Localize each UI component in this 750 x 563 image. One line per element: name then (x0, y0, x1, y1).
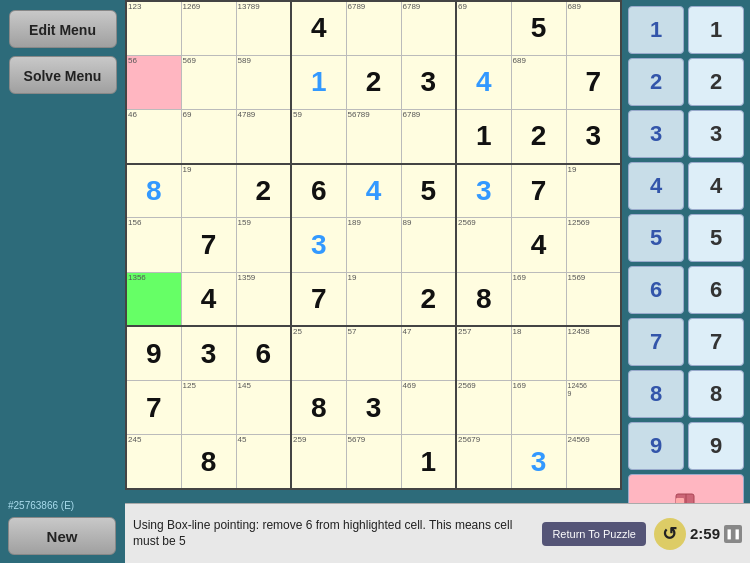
cell-r6c1[interactable]: 1356 (126, 272, 181, 326)
cell-r6c4[interactable]: 7 (291, 272, 346, 326)
cell-r5c8[interactable]: 4 (511, 218, 566, 272)
numpad-8-left[interactable]: 8 (628, 370, 684, 418)
cell-r5c4[interactable]: 3 (291, 218, 346, 272)
numpad-7-right[interactable]: 7 (688, 318, 744, 366)
cell-r4c9[interactable]: 19 (566, 164, 621, 218)
cell-r4c1[interactable]: 8 (126, 164, 181, 218)
cell-r8c5[interactable]: 3 (346, 381, 401, 435)
cell-r8c9[interactable]: 124569 (566, 381, 621, 435)
cell-r4c4[interactable]: 6 (291, 164, 346, 218)
cell-r3c9[interactable]: 3 (566, 109, 621, 163)
numpad-4-left[interactable]: 4 (628, 162, 684, 210)
cell-r7c6[interactable]: 47 (401, 326, 456, 380)
numpad-7-left[interactable]: 7 (628, 318, 684, 366)
cell-r9c6[interactable]: 1 (401, 435, 456, 489)
numpad-8-right[interactable]: 8 (688, 370, 744, 418)
cell-r7c9[interactable]: 12458 (566, 326, 621, 380)
cell-r9c3[interactable]: 45 (236, 435, 291, 489)
cell-r6c8[interactable]: 169 (511, 272, 566, 326)
cell-r6c7[interactable]: 8 (456, 272, 511, 326)
cell-r4c8[interactable]: 7 (511, 164, 566, 218)
cell-r9c5[interactable]: 5679 (346, 435, 401, 489)
cell-r5c5[interactable]: 189 (346, 218, 401, 272)
cell-r1c9[interactable]: 689 (566, 1, 621, 55)
cell-r8c1[interactable]: 7 (126, 381, 181, 435)
cell-r7c3[interactable]: 6 (236, 326, 291, 380)
numpad-1-right[interactable]: 1 (688, 6, 744, 54)
cell-r9c1[interactable]: 245 (126, 435, 181, 489)
cell-r6c3[interactable]: 1359 (236, 272, 291, 326)
cell-r2c8[interactable]: 689 (511, 55, 566, 109)
cell-r1c6[interactable]: 6789 (401, 1, 456, 55)
cell-r2c5[interactable]: 2 (346, 55, 401, 109)
cell-r2c3[interactable]: 589 (236, 55, 291, 109)
cell-r8c6[interactable]: 469 (401, 381, 456, 435)
cell-r4c2[interactable]: 19 (181, 164, 236, 218)
cell-r3c5[interactable]: 56789 (346, 109, 401, 163)
cell-r4c3[interactable]: 2 (236, 164, 291, 218)
return-to-puzzle-button[interactable]: Return To Puzzle (542, 522, 646, 546)
cell-r8c7[interactable]: 2569 (456, 381, 511, 435)
cell-r5c9[interactable]: 12569 (566, 218, 621, 272)
cell-r7c5[interactable]: 57 (346, 326, 401, 380)
cell-r9c9[interactable]: 24569 (566, 435, 621, 489)
cell-r5c2[interactable]: 7 (181, 218, 236, 272)
cell-r1c5[interactable]: 6789 (346, 1, 401, 55)
cell-r7c7[interactable]: 257 (456, 326, 511, 380)
cell-r7c8[interactable]: 18 (511, 326, 566, 380)
cell-r4c7[interactable]: 3 (456, 164, 511, 218)
numpad-1-left[interactable]: 1 (628, 6, 684, 54)
cell-r3c7[interactable]: 1 (456, 109, 511, 163)
cell-r8c3[interactable]: 145 (236, 381, 291, 435)
cell-r9c8[interactable]: 3 (511, 435, 566, 489)
edit-menu-button[interactable]: Edit Menu (9, 10, 117, 48)
cell-r7c4[interactable]: 25 (291, 326, 346, 380)
cell-r5c7[interactable]: 2569 (456, 218, 511, 272)
cell-r5c3[interactable]: 159 (236, 218, 291, 272)
cell-r1c8[interactable]: 5 (511, 1, 566, 55)
cell-r6c6[interactable]: 2 (401, 272, 456, 326)
numpad-3-left[interactable]: 3 (628, 110, 684, 158)
cell-r9c4[interactable]: 259 (291, 435, 346, 489)
numpad-4-right[interactable]: 4 (688, 162, 744, 210)
cell-r4c6[interactable]: 5 (401, 164, 456, 218)
cell-r3c3[interactable]: 4789 (236, 109, 291, 163)
cell-r1c4[interactable]: 4 (291, 1, 346, 55)
new-button[interactable]: New (8, 517, 116, 555)
solve-menu-button[interactable]: Solve Menu (9, 56, 117, 94)
cell-r3c4[interactable]: 59 (291, 109, 346, 163)
cell-r8c2[interactable]: 125 (181, 381, 236, 435)
cell-r2c1[interactable]: 56 (126, 55, 181, 109)
cell-r7c1[interactable]: 9 (126, 326, 181, 380)
cell-r6c2[interactable]: 4 (181, 272, 236, 326)
numpad-5-right[interactable]: 5 (688, 214, 744, 262)
cell-r8c8[interactable]: 169 (511, 381, 566, 435)
numpad-6-left[interactable]: 6 (628, 266, 684, 314)
numpad-9-right[interactable]: 9 (688, 422, 744, 470)
numpad-9-left[interactable]: 9 (628, 422, 684, 470)
cell-r5c1[interactable]: 156 (126, 218, 181, 272)
cell-r3c8[interactable]: 2 (511, 109, 566, 163)
numpad-3-right[interactable]: 3 (688, 110, 744, 158)
pause-button[interactable]: ❚❚ (724, 525, 742, 543)
numpad-2-left[interactable]: 2 (628, 58, 684, 106)
numpad-5-left[interactable]: 5 (628, 214, 684, 262)
cell-r2c6[interactable]: 3 (401, 55, 456, 109)
cell-r8c4[interactable]: 8 (291, 381, 346, 435)
cell-r4c5[interactable]: 4 (346, 164, 401, 218)
cell-r9c2[interactable]: 8 (181, 435, 236, 489)
cell-r5c6[interactable]: 89 (401, 218, 456, 272)
cell-r2c4[interactable]: 1 (291, 55, 346, 109)
numpad-6-right[interactable]: 6 (688, 266, 744, 314)
cell-r9c7[interactable]: 25679 (456, 435, 511, 489)
undo-button[interactable]: ↺ (654, 518, 686, 550)
cell-r1c1[interactable]: 123 (126, 1, 181, 55)
cell-r3c6[interactable]: 6789 (401, 109, 456, 163)
numpad-2-right[interactable]: 2 (688, 58, 744, 106)
cell-r2c7[interactable]: 4 (456, 55, 511, 109)
cell-r1c7[interactable]: 69 (456, 1, 511, 55)
cell-r7c2[interactable]: 3 (181, 326, 236, 380)
cell-r2c2[interactable]: 569 (181, 55, 236, 109)
cell-r1c3[interactable]: 13789 (236, 1, 291, 55)
cell-r3c1[interactable]: 46 (126, 109, 181, 163)
